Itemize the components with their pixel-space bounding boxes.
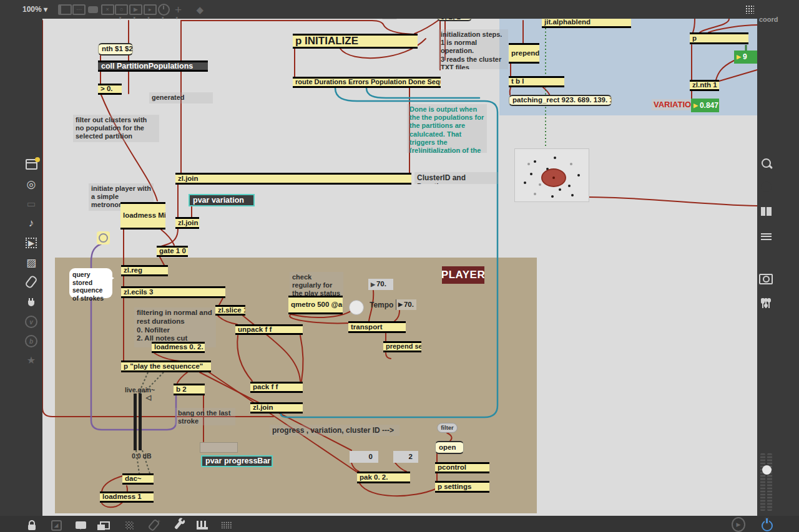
object-loadmess-mid[interactable]: loadmess Mid_3RT1V1 - 8. 0. xyxy=(120,202,165,230)
sidebars-icon[interactable] xyxy=(759,205,773,218)
object-qmetro[interactable]: qmetro 500 @active 1 xyxy=(288,296,343,314)
object-p-play[interactable]: p "play the sequencce" xyxy=(121,360,211,372)
lock-icon[interactable] xyxy=(25,518,39,532)
object-zl-slice[interactable]: zl.slice 1 xyxy=(215,305,245,316)
add-object-icon[interactable]: +▾ xyxy=(172,2,185,16)
plug-icon[interactable] xyxy=(24,295,38,309)
grid-icon[interactable] xyxy=(122,518,136,532)
clip-add-icon[interactable]: + xyxy=(147,518,160,532)
number-nine[interactable]: ▶9 xyxy=(734,51,758,64)
number-tempo-top[interactable]: ▶70. xyxy=(368,279,393,290)
pill-filter[interactable]: filter xyxy=(437,423,458,433)
number-cluster-2[interactable]: 2 xyxy=(393,451,418,463)
slider-livegain[interactable]: ◁ xyxy=(134,394,142,450)
object-pvar-variation[interactable]: pvar variation xyxy=(189,194,255,206)
rectangle-icon[interactable]: ▭ xyxy=(24,196,38,210)
select-arrow-icon[interactable]: ◢ xyxy=(49,518,63,532)
object-zl-reg[interactable]: zl.reg xyxy=(121,265,168,276)
target-icon[interactable]: ◎ xyxy=(24,177,38,191)
object-loadmess-02[interactable]: loadmess 0. 2. xyxy=(152,342,205,353)
music-note-icon[interactable]: ♪ xyxy=(24,216,38,230)
number-progress-0[interactable]: 0 xyxy=(350,451,378,463)
number-box-icon[interactable]: ▸▾ xyxy=(143,2,157,16)
snapshot-camera-icon[interactable] xyxy=(759,272,773,286)
object-p-initialize[interactable]: p INITIALIZE xyxy=(293,34,418,49)
message-box-icon[interactable]: ⋯ xyxy=(72,2,86,16)
object-gate[interactable]: gate 1 0 xyxy=(157,246,188,257)
list-icon[interactable] xyxy=(759,229,773,243)
object-zl-join-3[interactable]: zl.join xyxy=(250,402,303,414)
object-zl-join-small[interactable]: zl.join xyxy=(175,217,199,229)
comment-icon[interactable] xyxy=(86,2,100,16)
number-triangle-icon: ▶ xyxy=(371,281,375,288)
volume-knob[interactable] xyxy=(762,465,772,475)
mixer-filters-icon[interactable] xyxy=(759,296,773,310)
object-box-icon[interactable] xyxy=(58,2,72,16)
toggle-icon[interactable]: × xyxy=(100,2,114,16)
object-zl-ecils[interactable]: zl.ecils 3 xyxy=(121,286,225,298)
power-icon[interactable] xyxy=(760,519,774,532)
message-open[interactable]: open xyxy=(435,441,464,454)
layers-icon[interactable] xyxy=(98,518,112,532)
info-icon[interactable]: i xyxy=(759,180,773,193)
message-nth[interactable]: nth $1 $2 xyxy=(98,43,133,56)
volume-track-right[interactable] xyxy=(767,453,772,511)
object-t-b-l[interactable]: t b l xyxy=(509,76,564,87)
image-icon[interactable]: ▨ xyxy=(24,256,38,269)
object-unpack[interactable]: unpack f f xyxy=(235,324,303,335)
node-dot xyxy=(570,163,572,165)
node-dot xyxy=(543,201,546,202)
paperclip-icon[interactable] xyxy=(24,275,38,289)
object-greater-than[interactable]: > 0. xyxy=(98,84,122,95)
zoom-level-dropdown[interactable]: 100% ▾ xyxy=(22,5,47,14)
clipped-coord-label: coord xyxy=(759,16,778,23)
beap-badge-icon[interactable]: b xyxy=(24,334,38,348)
object-p-sub[interactable]: p xyxy=(690,32,748,44)
object-zl-nth[interactable]: zl.nth 1 xyxy=(690,80,719,91)
video-icon[interactable]: ▶ xyxy=(24,236,38,249)
wrench-icon[interactable] xyxy=(171,518,185,532)
piano-icon[interactable] xyxy=(195,518,209,532)
number-tempo[interactable]: ▶70. xyxy=(396,299,416,310)
node-dot xyxy=(524,181,526,184)
objects-package-icon[interactable] xyxy=(24,157,38,171)
object-transport[interactable]: transport xyxy=(348,321,406,333)
button-transport-bang[interactable] xyxy=(349,300,364,315)
object-coll-partitionpopulations[interactable]: coll PartitionPopulations xyxy=(98,60,208,72)
object-pvar-progressbar[interactable]: pvar progressBar xyxy=(201,455,273,467)
play-circle-icon[interactable]: ▶ xyxy=(732,518,745,531)
vizzie-badge-icon[interactable]: v xyxy=(24,315,38,329)
playbar-icon[interactable]: ▶▾ xyxy=(129,2,143,16)
object-pack[interactable]: pack f f xyxy=(250,382,303,393)
grid-window-icon[interactable] xyxy=(743,2,757,16)
search-icon[interactable] xyxy=(759,156,773,170)
button-icon[interactable]: ○▾ xyxy=(115,2,129,16)
object-dac[interactable]: dac~ xyxy=(122,473,154,485)
node-dot xyxy=(554,157,556,159)
object-zl-join-long[interactable]: zl.join xyxy=(175,173,411,185)
message-patching-rect[interactable]: patching_rect 923. 689. 139. 103. xyxy=(509,95,612,106)
object-b2[interactable]: b 2 xyxy=(174,384,205,395)
object-pak[interactable]: pak 0. 2. xyxy=(357,472,410,483)
presentation-icon[interactable] xyxy=(74,518,87,532)
object-pcontrol[interactable]: pcontrol xyxy=(435,462,489,473)
nodes-display[interactable] xyxy=(514,148,589,202)
volume-track-left[interactable] xyxy=(760,453,765,511)
number-variation-value[interactable]: ▶0.847 xyxy=(691,99,719,112)
shortcuts-keyboard-icon[interactable] xyxy=(220,518,233,532)
comment-player-title: PLAYER xyxy=(442,266,484,284)
number-value: 9 xyxy=(743,52,747,61)
master-volume-slider[interactable] xyxy=(760,453,774,511)
object-p-settings[interactable]: p settings xyxy=(435,481,489,493)
number-value: 0.847 xyxy=(700,101,718,110)
number-value: 70. xyxy=(404,301,414,309)
paint-bucket-icon[interactable]: ◆ xyxy=(193,2,207,16)
comment-db: 0.0 dB xyxy=(132,452,155,460)
object-prepend-size[interactable]: prepend size xyxy=(509,43,539,64)
favorites-star-icon[interactable]: ★ xyxy=(24,354,38,367)
object-prepend-set[interactable]: prepend set xyxy=(383,341,421,352)
object-loadmess-1[interactable]: loadmess 1 xyxy=(100,491,154,503)
object-route[interactable]: route Durations Errors Population Done S… xyxy=(293,77,441,88)
button-bang[interactable] xyxy=(97,231,110,244)
dial-icon[interactable]: ▾ xyxy=(157,2,171,16)
